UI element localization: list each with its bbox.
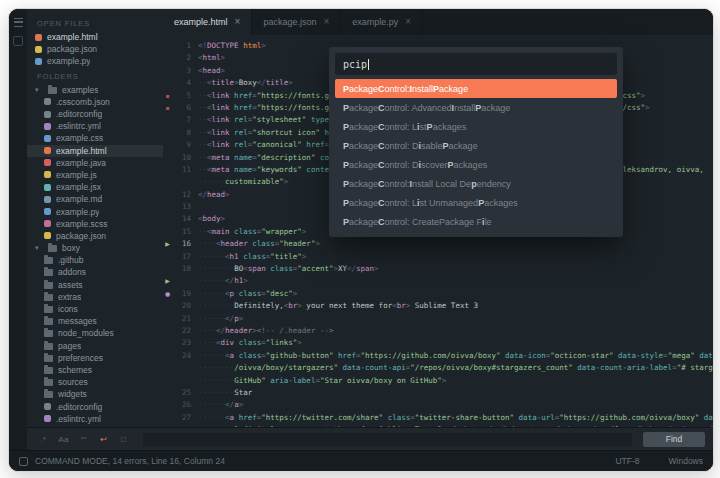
gutter-marker [163, 300, 172, 312]
code-token: "links" [266, 338, 298, 347]
code-token: ········ [198, 388, 234, 397]
whole-word-icon[interactable]: “” [75, 432, 92, 446]
code-token: ······ [198, 289, 225, 298]
tree-item[interactable]: .github [27, 254, 163, 266]
tree-item[interactable]: example.java [27, 157, 163, 169]
code-row[interactable]: 25········Star [163, 387, 713, 399]
sidebar-toggle-icon[interactable] [13, 36, 23, 46]
status-encoding[interactable]: UTF-8 [615, 456, 639, 466]
line-number: 3 [172, 65, 198, 77]
code-row[interactable]: ▶······</h1> [163, 275, 713, 287]
code-token: > [315, 239, 320, 248]
code-row[interactable]: 23····<div class="links"> [163, 337, 713, 349]
find-button[interactable]: Find [643, 432, 705, 447]
code-row[interactable]: ●19······<p class="desc"> [163, 288, 713, 300]
palette-item[interactable]: Package Control: Create Package File [335, 212, 617, 231]
tree-item[interactable]: .eslintrc.yml [27, 120, 163, 132]
code-row[interactable]: ········Definitely, your next theme for … [163, 424, 713, 427]
tree-item[interactable]: extras [27, 291, 163, 303]
tree-item[interactable]: sources [27, 376, 163, 388]
palette-item[interactable]: Package Control: Install Package [335, 79, 617, 98]
code-token: h1 [230, 252, 239, 261]
item-name: example.py [56, 207, 99, 217]
code-line: ······<a class="github-button" href="htt… [198, 350, 713, 362]
tree-item[interactable]: example.py [27, 205, 163, 217]
open-file-item[interactable]: example.html [27, 31, 163, 43]
code-token: </ [257, 78, 266, 87]
tree-item[interactable]: example.scss [27, 218, 163, 230]
tree-item[interactable]: widgets [27, 388, 163, 400]
code-row[interactable]: 18········BO<span class="accent">XY</spa… [163, 263, 713, 275]
line-number: 20 [172, 300, 198, 312]
tree-item[interactable]: package.json [27, 230, 163, 242]
tab-package.json[interactable]: package.json× [252, 9, 341, 35]
find-input[interactable] [143, 433, 632, 446]
code-row[interactable]: ········/oivva/boxy/stargazers" data-cou… [163, 362, 713, 374]
tree-item[interactable]: example.html [27, 145, 163, 157]
regex-icon[interactable]: .* [35, 432, 52, 446]
tree-item[interactable]: ▾boxy [27, 242, 163, 254]
code-token: > [243, 276, 248, 285]
wrap-icon[interactable]: ↩ [95, 432, 112, 446]
code-row[interactable]: 17······<h1 class="title"> [163, 251, 713, 263]
code-token: ········ [198, 363, 234, 372]
tree-item[interactable]: .editorconfig [27, 400, 163, 412]
code-row[interactable]: 20········Definitely,<br> your next them… [163, 300, 713, 312]
open-file-item[interactable]: package.json [27, 43, 163, 55]
status-platform[interactable]: Windows [669, 456, 703, 466]
tree-item[interactable]: schemes [27, 364, 163, 376]
tab-close-icon[interactable]: × [405, 17, 411, 27]
tab-close-icon[interactable]: × [235, 17, 241, 27]
code-token: link [212, 140, 230, 149]
tree-item[interactable]: example.md [27, 193, 163, 205]
tree-item[interactable]: example.js [27, 169, 163, 181]
code-row[interactable]: 22····</header><!-- /.header --> [163, 325, 713, 337]
line-number: 22 [172, 325, 198, 337]
open-file-item[interactable]: example.py [27, 55, 163, 67]
tree-item[interactable]: .editorconfig [27, 108, 163, 120]
tree-item[interactable]: .csscomb.json [27, 96, 163, 108]
code-line: ········BO<span class="accent">XY</span> [198, 263, 713, 275]
tree-item[interactable]: example.jsx [27, 181, 163, 193]
tab-close-icon[interactable]: × [323, 17, 329, 27]
code-token: <! [198, 41, 207, 50]
code-token: br [288, 301, 297, 310]
palette-item[interactable]: Package Control: List Packages [335, 117, 617, 136]
code-token: data-hashtags [642, 425, 705, 427]
code-token: class [248, 239, 275, 248]
palette-item[interactable]: Package Control: Discover Packages [335, 155, 617, 174]
palette-item[interactable]: Package Control: Advanced Install Packag… [335, 98, 617, 117]
code-token: > [297, 338, 302, 347]
case-sensitive-icon[interactable]: Aa [55, 432, 72, 446]
palette-item[interactable]: Package Control: List Unmanaged Packages [335, 193, 617, 212]
gutter-marker [163, 114, 172, 126]
code-row[interactable]: ········GitHub" aria-label="Star oivva/b… [163, 375, 713, 387]
menu-icon[interactable] [14, 18, 23, 27]
line-number: 27 [172, 412, 198, 424]
tree-item[interactable]: addons [27, 266, 163, 278]
code-row[interactable]: 21······</p> [163, 313, 713, 325]
tab-example.py[interactable]: example.py× [341, 9, 423, 35]
palette-input[interactable]: pcip [335, 53, 617, 75]
tree-item[interactable]: node_modules [27, 327, 163, 339]
palette-item[interactable]: Package Control: Disable Package [335, 136, 617, 155]
palette-item-text: ackage [349, 122, 378, 132]
code-row[interactable]: 24······<a class="github-button" href="h… [163, 350, 713, 362]
code-token: href [302, 140, 325, 149]
code-row[interactable]: ▶16····<header class="header"> [163, 238, 713, 250]
palette-item[interactable]: Package Control: Install Local Dependenc… [335, 174, 617, 193]
tree-item[interactable]: .eslintrc.yml [27, 413, 163, 425]
tree-item[interactable]: example.css [27, 132, 163, 144]
tree-item[interactable]: icons [27, 303, 163, 315]
code-row[interactable]: 27······<a href="https://twitter.com/sha… [163, 412, 713, 424]
file-icon [44, 171, 51, 178]
tree-item[interactable]: pages [27, 340, 163, 352]
tree-item[interactable]: assets [27, 279, 163, 291]
code-line: ······</h1> [198, 275, 713, 287]
tree-item[interactable]: preferences [27, 352, 163, 364]
tab-example.html[interactable]: example.html× [163, 9, 252, 35]
tree-item[interactable]: ▾examples [27, 84, 163, 96]
tree-item[interactable]: messages [27, 315, 163, 327]
in-selection-icon[interactable]: □ [115, 432, 132, 446]
code-row[interactable]: 26······</a> [163, 399, 713, 411]
